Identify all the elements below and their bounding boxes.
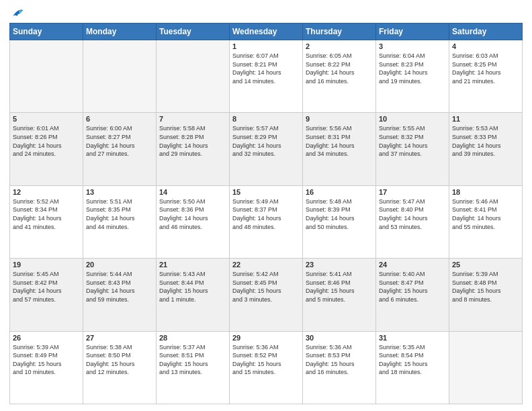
calendar-day-cell: 10Sunrise: 5:55 AM Sunset: 8:32 PM Dayli… [376,113,449,185]
day-number: 9 [306,115,373,123]
day-number: 30 [306,334,373,342]
day-number: 27 [86,334,153,342]
day-number: 2 [306,42,373,50]
calendar-day-cell: 29Sunrise: 5:36 AM Sunset: 8:52 PM Dayli… [230,331,303,404]
calendar-day-cell [83,40,157,113]
logo-text [9,7,24,20]
day-number: 5 [13,115,80,123]
calendar-week-row: 19Sunrise: 5:45 AM Sunset: 8:42 PM Dayli… [10,259,523,331]
calendar-day-cell: 27Sunrise: 5:38 AM Sunset: 8:50 PM Dayli… [83,331,157,404]
calendar-header-monday: Monday [83,24,157,40]
calendar-header-row: SundayMondayTuesdayWednesdayThursdayFrid… [10,24,523,40]
calendar-week-row: 5Sunrise: 6:01 AM Sunset: 8:26 PM Daylig… [10,113,523,185]
day-number: 19 [13,261,80,269]
day-number: 25 [452,261,519,269]
day-info: Sunrise: 6:00 AM Sunset: 8:27 PM Dayligh… [86,124,153,158]
calendar-day-cell: 1Sunrise: 6:07 AM Sunset: 8:21 PM Daylig… [230,40,303,113]
calendar-header-friday: Friday [376,24,449,40]
day-info: Sunrise: 5:38 AM Sunset: 8:50 PM Dayligh… [86,343,153,377]
calendar-day-cell: 2Sunrise: 6:05 AM Sunset: 8:22 PM Daylig… [303,40,376,113]
calendar-header-wednesday: Wednesday [230,24,303,40]
day-info: Sunrise: 5:35 AM Sunset: 8:54 PM Dayligh… [379,343,446,377]
day-number: 18 [452,188,519,196]
day-info: Sunrise: 5:39 AM Sunset: 8:48 PM Dayligh… [452,270,519,304]
calendar-day-cell: 21Sunrise: 5:43 AM Sunset: 8:44 PM Dayli… [157,259,230,331]
day-number: 6 [86,115,153,123]
calendar-day-cell: 23Sunrise: 5:41 AM Sunset: 8:46 PM Dayli… [303,259,376,331]
day-info: Sunrise: 5:45 AM Sunset: 8:42 PM Dayligh… [13,270,80,304]
day-info: Sunrise: 5:42 AM Sunset: 8:45 PM Dayligh… [232,270,300,304]
calendar-week-row: 26Sunrise: 5:39 AM Sunset: 8:49 PM Dayli… [10,331,523,404]
day-number: 15 [232,188,300,196]
day-number: 3 [379,42,446,50]
day-info: Sunrise: 5:47 AM Sunset: 8:40 PM Dayligh… [379,197,446,231]
calendar-day-cell [449,331,523,404]
day-info: Sunrise: 5:57 AM Sunset: 8:29 PM Dayligh… [232,124,300,158]
calendar-header-sunday: Sunday [10,24,83,40]
calendar-day-cell [10,40,83,113]
calendar-day-cell: 26Sunrise: 5:39 AM Sunset: 8:49 PM Dayli… [10,331,83,404]
page: SundayMondayTuesdayWednesdayThursdayFrid… [0,0,532,411]
day-info: Sunrise: 5:36 AM Sunset: 8:53 PM Dayligh… [306,343,373,377]
calendar-day-cell: 15Sunrise: 5:49 AM Sunset: 8:37 PM Dayli… [230,185,303,258]
day-info: Sunrise: 5:50 AM Sunset: 8:36 PM Dayligh… [159,197,226,231]
calendar-day-cell: 3Sunrise: 6:04 AM Sunset: 8:23 PM Daylig… [376,40,449,113]
calendar-day-cell: 8Sunrise: 5:57 AM Sunset: 8:29 PM Daylig… [230,113,303,185]
day-info: Sunrise: 5:43 AM Sunset: 8:44 PM Dayligh… [159,270,226,304]
calendar-day-cell: 30Sunrise: 5:36 AM Sunset: 8:53 PM Dayli… [303,331,376,404]
calendar-day-cell: 4Sunrise: 6:03 AM Sunset: 8:25 PM Daylig… [449,40,523,113]
calendar-day-cell: 19Sunrise: 5:45 AM Sunset: 8:42 PM Dayli… [10,259,83,331]
calendar-day-cell: 24Sunrise: 5:40 AM Sunset: 8:47 PM Dayli… [376,259,449,331]
calendar-day-cell: 6Sunrise: 6:00 AM Sunset: 8:27 PM Daylig… [83,113,157,185]
day-info: Sunrise: 5:53 AM Sunset: 8:33 PM Dayligh… [452,124,519,158]
day-number: 1 [232,42,300,50]
calendar-table: SundayMondayTuesdayWednesdayThursdayFrid… [9,23,523,404]
logo-bird-icon [11,7,24,20]
day-number: 21 [159,261,226,269]
calendar-day-cell: 14Sunrise: 5:50 AM Sunset: 8:36 PM Dayli… [157,185,230,258]
day-info: Sunrise: 5:39 AM Sunset: 8:49 PM Dayligh… [13,343,80,377]
day-number: 14 [159,188,226,196]
calendar-day-cell: 9Sunrise: 5:56 AM Sunset: 8:31 PM Daylig… [303,113,376,185]
day-number: 8 [232,115,300,123]
day-number: 17 [379,188,446,196]
day-info: Sunrise: 5:52 AM Sunset: 8:34 PM Dayligh… [13,197,80,231]
day-info: Sunrise: 6:01 AM Sunset: 8:26 PM Dayligh… [13,124,80,158]
day-info: Sunrise: 5:40 AM Sunset: 8:47 PM Dayligh… [379,270,446,304]
day-number: 28 [159,334,226,342]
day-info: Sunrise: 5:49 AM Sunset: 8:37 PM Dayligh… [232,197,300,231]
day-number: 23 [306,261,373,269]
day-number: 20 [86,261,153,269]
day-info: Sunrise: 5:48 AM Sunset: 8:39 PM Dayligh… [306,197,373,231]
day-info: Sunrise: 5:56 AM Sunset: 8:31 PM Dayligh… [306,124,373,158]
day-number: 13 [86,188,153,196]
day-info: Sunrise: 5:37 AM Sunset: 8:51 PM Dayligh… [159,343,226,377]
calendar-day-cell: 11Sunrise: 5:53 AM Sunset: 8:33 PM Dayli… [449,113,523,185]
day-number: 22 [232,261,300,269]
calendar-day-cell: 22Sunrise: 5:42 AM Sunset: 8:45 PM Dayli… [230,259,303,331]
day-info: Sunrise: 5:58 AM Sunset: 8:28 PM Dayligh… [159,124,226,158]
day-number: 29 [232,334,300,342]
day-number: 7 [159,115,226,123]
calendar-week-row: 1Sunrise: 6:07 AM Sunset: 8:21 PM Daylig… [10,40,523,113]
day-number: 31 [379,334,446,342]
calendar-day-cell: 13Sunrise: 5:51 AM Sunset: 8:35 PM Dayli… [83,185,157,258]
day-info: Sunrise: 6:07 AM Sunset: 8:21 PM Dayligh… [232,52,300,85]
calendar-day-cell: 18Sunrise: 5:46 AM Sunset: 8:41 PM Dayli… [449,185,523,258]
day-number: 24 [379,261,446,269]
calendar-day-cell: 31Sunrise: 5:35 AM Sunset: 8:54 PM Dayli… [376,331,449,404]
day-info: Sunrise: 5:41 AM Sunset: 8:46 PM Dayligh… [306,270,373,304]
day-info: Sunrise: 5:36 AM Sunset: 8:52 PM Dayligh… [232,343,300,377]
day-info: Sunrise: 5:55 AM Sunset: 8:32 PM Dayligh… [379,124,446,158]
calendar-day-cell: 7Sunrise: 5:58 AM Sunset: 8:28 PM Daylig… [157,113,230,185]
header [9,7,523,17]
day-number: 4 [452,42,519,50]
calendar-header-saturday: Saturday [449,24,523,40]
day-number: 16 [306,188,373,196]
day-number: 26 [13,334,80,342]
day-info: Sunrise: 6:04 AM Sunset: 8:23 PM Dayligh… [379,52,446,85]
calendar-week-row: 12Sunrise: 5:52 AM Sunset: 8:34 PM Dayli… [10,185,523,258]
calendar-day-cell: 5Sunrise: 6:01 AM Sunset: 8:26 PM Daylig… [10,113,83,185]
calendar-day-cell: 16Sunrise: 5:48 AM Sunset: 8:39 PM Dayli… [303,185,376,258]
calendar-day-cell: 12Sunrise: 5:52 AM Sunset: 8:34 PM Dayli… [10,185,83,258]
